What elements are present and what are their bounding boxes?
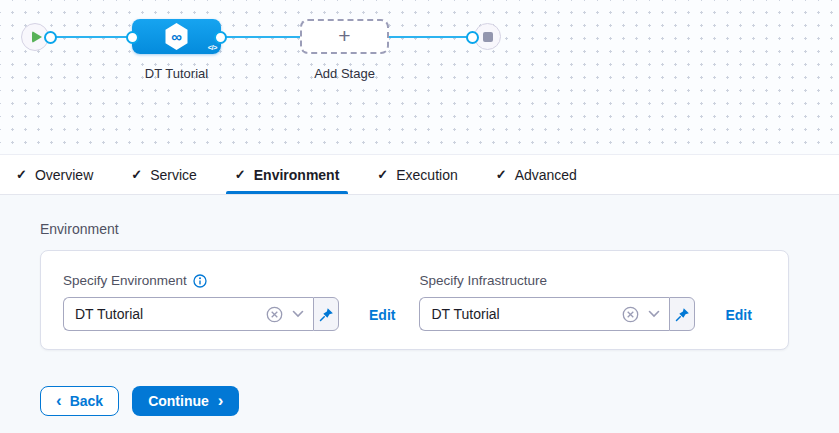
pin-button[interactable] bbox=[313, 297, 339, 331]
check-icon: ✓ bbox=[235, 167, 246, 182]
tab-environment[interactable]: ✓ Environment bbox=[226, 155, 348, 194]
play-icon bbox=[32, 31, 42, 43]
check-icon: ✓ bbox=[496, 167, 507, 182]
pipeline-edge bbox=[49, 36, 133, 38]
tab-advanced[interactable]: ✓ Advanced bbox=[487, 155, 586, 194]
field-label: Specify Infrastructure bbox=[419, 273, 547, 288]
harness-cd-stage-icon: ∞ bbox=[164, 23, 189, 50]
section-heading: Environment bbox=[40, 221, 799, 237]
environment-select[interactable]: DT Tutorial bbox=[63, 297, 313, 331]
tab-label: Environment bbox=[254, 167, 340, 183]
environment-tab-panel: Environment Specify Environment D bbox=[0, 195, 839, 433]
clear-icon[interactable] bbox=[266, 306, 283, 323]
add-stage-label: Add Stage bbox=[300, 66, 389, 81]
chevron-left-icon: ‹ bbox=[56, 392, 62, 409]
tab-label: Service bbox=[150, 167, 197, 183]
check-icon: ✓ bbox=[131, 167, 142, 182]
specify-infrastructure-field: Specify Infrastructure DT Tutorial bbox=[419, 273, 695, 331]
wizard-footer: ‹ Back Continue › bbox=[40, 386, 799, 416]
pipeline-canvas[interactable]: ∞ </> DT Tutorial + Add Stage bbox=[0, 0, 839, 154]
back-button[interactable]: ‹ Back bbox=[40, 386, 119, 416]
edit-infrastructure-link[interactable]: Edit bbox=[725, 307, 751, 323]
field-label: Specify Environment bbox=[63, 273, 187, 288]
tab-label: Advanced bbox=[515, 167, 577, 183]
chevron-down-icon[interactable] bbox=[648, 310, 660, 318]
stage-tabs: ✓ Overview ✓ Service ✓ Environment ✓ Exe… bbox=[0, 154, 839, 195]
check-icon: ✓ bbox=[16, 167, 27, 182]
infrastructure-select[interactable]: DT Tutorial bbox=[419, 297, 669, 331]
connector-port bbox=[44, 31, 57, 44]
pipeline-edge bbox=[388, 36, 475, 38]
specify-environment-field: Specify Environment DT Tutorial bbox=[63, 273, 339, 331]
check-icon: ✓ bbox=[377, 167, 388, 182]
environment-card: Specify Environment DT Tutorial bbox=[40, 250, 789, 350]
clear-icon[interactable] bbox=[622, 306, 639, 323]
code-icon: </> bbox=[208, 43, 217, 52]
stop-icon bbox=[483, 32, 493, 42]
continue-button[interactable]: Continue › bbox=[132, 386, 239, 416]
pin-icon bbox=[675, 307, 690, 322]
connector-port bbox=[214, 31, 227, 44]
add-stage-button[interactable]: + bbox=[300, 19, 389, 54]
tab-label: Execution bbox=[396, 167, 457, 183]
pin-button[interactable] bbox=[669, 297, 695, 331]
pipeline-edge bbox=[220, 36, 302, 38]
tab-service[interactable]: ✓ Service bbox=[122, 155, 206, 194]
environment-select-value: DT Tutorial bbox=[75, 306, 266, 322]
tab-overview[interactable]: ✓ Overview bbox=[7, 155, 102, 194]
tab-label: Overview bbox=[35, 167, 93, 183]
info-icon[interactable] bbox=[193, 274, 207, 288]
chevron-right-icon: › bbox=[218, 392, 224, 409]
tab-execution[interactable]: ✓ Execution bbox=[368, 155, 466, 194]
infrastructure-select-value: DT Tutorial bbox=[431, 306, 622, 322]
chevron-down-icon[interactable] bbox=[292, 310, 304, 318]
stage-node-dt-tutorial[interactable]: ∞ </> bbox=[132, 19, 221, 54]
connector-port bbox=[466, 31, 479, 44]
stage-node-label: DT Tutorial bbox=[132, 66, 221, 81]
plus-icon: + bbox=[338, 25, 350, 46]
connector-port bbox=[126, 31, 139, 44]
pin-icon bbox=[319, 307, 334, 322]
edit-environment-link[interactable]: Edit bbox=[369, 307, 395, 323]
stage-config-page: ∞ </> DT Tutorial + Add Stage ✓ Overview… bbox=[0, 0, 839, 433]
